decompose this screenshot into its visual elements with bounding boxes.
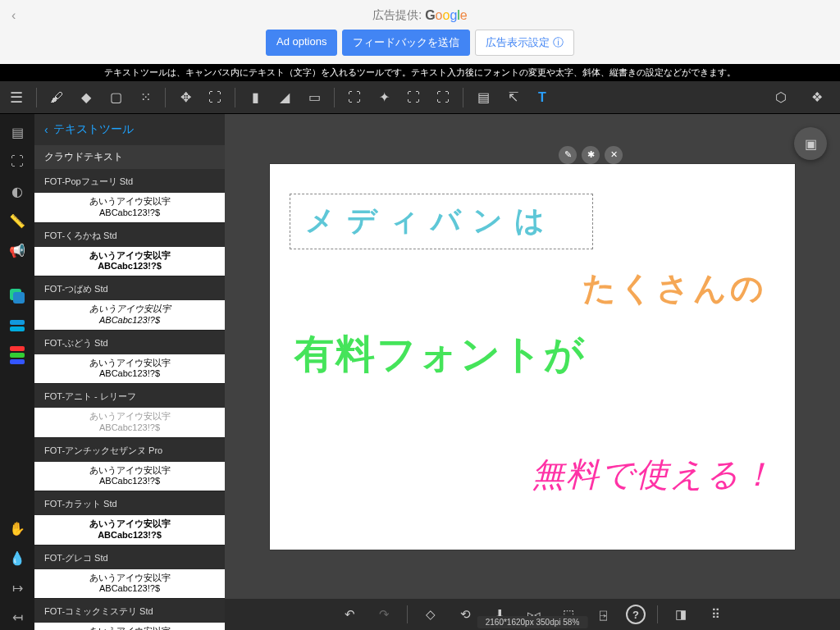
font-item[interactable]: FOT-アンチックセザンヌ Proあいうアイウ安以宇ABCabc123!?$ bbox=[34, 438, 225, 492]
edit-text-icon[interactable]: ✎ bbox=[559, 146, 577, 164]
rotate-tool-icon[interactable]: ⟲ bbox=[454, 603, 477, 626]
canvas-text-2[interactable]: たくさんの bbox=[582, 266, 767, 311]
canvas-text-1[interactable]: メディバンは bbox=[305, 201, 556, 241]
rail-eyedropper-icon[interactable]: 💧 bbox=[4, 545, 30, 571]
operation-tool[interactable]: ↸ bbox=[498, 83, 527, 112]
font-item[interactable]: FOT-Popフューリ Stdあいうアイウ安以宇ABCabc123!?$ bbox=[34, 169, 225, 223]
select-erase-tool[interactable]: ⛶ bbox=[428, 83, 458, 112]
fill-tool[interactable]: ▮ bbox=[240, 83, 270, 112]
select-rect-tool[interactable]: ⛶ bbox=[340, 83, 369, 112]
canvas-area: ▣ ✎ ✱ ✕ メディバンは たくさんの 有料フォントが 無料で使える！ ↶ ↷… bbox=[225, 114, 840, 630]
back-icon[interactable]: ‹ bbox=[11, 8, 16, 23]
font-item[interactable]: FOT-ぶどう Stdあいうアイウ安以宇ABCabc123!?$ bbox=[34, 331, 225, 385]
settings-text-icon[interactable]: ✱ bbox=[582, 146, 600, 164]
rail-redo-icon[interactable]: ↦ bbox=[4, 574, 30, 600]
undo-button[interactable]: ↶ bbox=[338, 603, 361, 626]
text-tool[interactable]: T bbox=[527, 83, 557, 112]
font-item[interactable]: FOT-カラット Stdあいうアイウ安以宇ABCabc123!?$ bbox=[34, 491, 225, 546]
sidebar-title: テキストツール bbox=[53, 122, 134, 137]
ad-feedback-button[interactable]: フィードバックを送信 bbox=[342, 30, 470, 56]
canvas-page[interactable]: ✎ ✱ ✕ メディバンは たくさんの 有料フォントが 無料で使える！ bbox=[270, 164, 795, 550]
main-toolbar: ☰ 🖌 ◆ ▢ ⁙ ✥ ⛶ ▮ ◢ ▭ ⛶ ✦ ⛶ ⛶ ▤ ↸ T ⬡ ❖ bbox=[0, 81, 840, 114]
brush-tool[interactable]: 🖌 bbox=[42, 83, 71, 112]
canvas-text-4[interactable]: 無料で使える！ bbox=[532, 452, 775, 497]
font-sidebar: ‹ テキストツール クラウドテキスト FOT-Popフューリ Stdあいうアイウ… bbox=[34, 114, 225, 630]
font-item[interactable]: FOT-つばめ Stdあいうアイウ安以宇ABCabc123!?$ bbox=[34, 276, 225, 331]
fullscreen-icon[interactable]: ◨ bbox=[669, 603, 692, 626]
menu-icon[interactable]: ☰ bbox=[7, 89, 26, 107]
bucket-tool[interactable]: ◢ bbox=[270, 83, 299, 112]
rail-ruler-icon[interactable]: 📏 bbox=[4, 208, 30, 234]
font-item[interactable]: FOT-グレコ Stdあいうアイウ安以宇ABCabc123!?$ bbox=[34, 546, 225, 600]
rail-announce-icon[interactable]: 📢 bbox=[4, 237, 30, 263]
help-button[interactable]: ? bbox=[626, 605, 646, 624]
font-item[interactable]: FOT-アニト - レリーフあいうアイウ安以宇ABCabc123!?$ bbox=[34, 384, 225, 438]
text-selection-box[interactable]: メディバンは bbox=[290, 194, 593, 249]
select-pen-tool[interactable]: ⛶ bbox=[399, 83, 428, 112]
rail-panel-icon[interactable]: ▤ bbox=[4, 119, 30, 145]
grid-icon[interactable]: ⠿ bbox=[704, 603, 727, 626]
sidebar-section-label: クラウドテキスト bbox=[34, 145, 225, 169]
font-item[interactable]: FOT-くろかね Stdあいうアイウ安以宇ABCabc123!?$ bbox=[34, 223, 225, 277]
rail-color-icon[interactable] bbox=[4, 283, 30, 309]
left-rail: ▤ ⛶ ◐ 📏 📢 ✋ 💧 ↦ ↤ bbox=[0, 114, 34, 630]
info-bar: テキストツールは、キャンバス内にテキスト（文字）を入れるツールです。テキスト入力… bbox=[0, 64, 840, 81]
rail-hsv-icon[interactable] bbox=[4, 342, 30, 368]
rail-hand-icon[interactable]: ✋ bbox=[4, 515, 30, 541]
shape-tool[interactable]: ▢ bbox=[101, 83, 130, 112]
gradient-tool[interactable]: ▭ bbox=[299, 83, 329, 112]
status-bar: 2160*1620px 350dpi 58% bbox=[477, 616, 588, 628]
magic-wand-tool[interactable]: ✦ bbox=[369, 83, 399, 112]
ad-google-logo: Google bbox=[425, 8, 468, 23]
ad-options-button[interactable]: Ad options bbox=[266, 30, 337, 56]
layers-icon[interactable]: ❖ bbox=[802, 83, 832, 112]
close-text-icon[interactable]: ✕ bbox=[605, 146, 623, 164]
rail-undo-icon[interactable]: ↤ bbox=[4, 604, 30, 630]
rail-select-icon[interactable]: ⛶ bbox=[4, 148, 30, 175]
materials-icon[interactable]: ⬡ bbox=[766, 83, 796, 112]
ad-bar: ‹ 広告提供: Google Ad options フィードバックを送信 広告表… bbox=[0, 0, 840, 64]
font-item[interactable]: FOT-コミックミステリ Stdあいうアイウ安以宇ABCabc123!?$ bbox=[34, 599, 225, 630]
panel-tool[interactable]: ▤ bbox=[468, 83, 498, 112]
sidebar-back-button[interactable]: ‹ テキストツール bbox=[34, 114, 225, 145]
eraser-tool[interactable]: ◆ bbox=[71, 83, 101, 112]
font-list[interactable]: FOT-Popフューリ Stdあいうアイウ安以宇ABCabc123!?$ FOT… bbox=[34, 169, 225, 630]
transform-tool[interactable]: ⛶ bbox=[200, 83, 230, 112]
dot-tool[interactable]: ⁙ bbox=[130, 83, 160, 112]
redo-button[interactable]: ↷ bbox=[372, 603, 395, 626]
rail-rotate-icon[interactable]: ◐ bbox=[4, 178, 30, 204]
export-icon[interactable]: ⍈ bbox=[591, 603, 614, 626]
ad-settings-button[interactable]: 広告表示設定 ⓘ bbox=[475, 30, 574, 56]
ad-provider-label: 広告提供: bbox=[372, 8, 422, 23]
chevron-left-icon: ‹ bbox=[44, 123, 48, 136]
move-tool[interactable]: ✥ bbox=[171, 83, 200, 112]
ad-buttons: Ad options フィードバックを送信 広告表示設定 ⓘ bbox=[266, 30, 574, 56]
zoom-tool-icon[interactable]: ◇ bbox=[419, 603, 442, 626]
ad-header: 広告提供: Google bbox=[372, 8, 468, 23]
text-controls: ✎ ✱ ✕ bbox=[559, 146, 623, 164]
rail-palette-icon[interactable] bbox=[4, 313, 30, 339]
canvas-viewport[interactable]: ✎ ✱ ✕ メディバンは たくさんの 有料フォントが 無料で使える！ bbox=[225, 114, 840, 599]
canvas-text-3[interactable]: 有料フォントが bbox=[294, 328, 586, 381]
